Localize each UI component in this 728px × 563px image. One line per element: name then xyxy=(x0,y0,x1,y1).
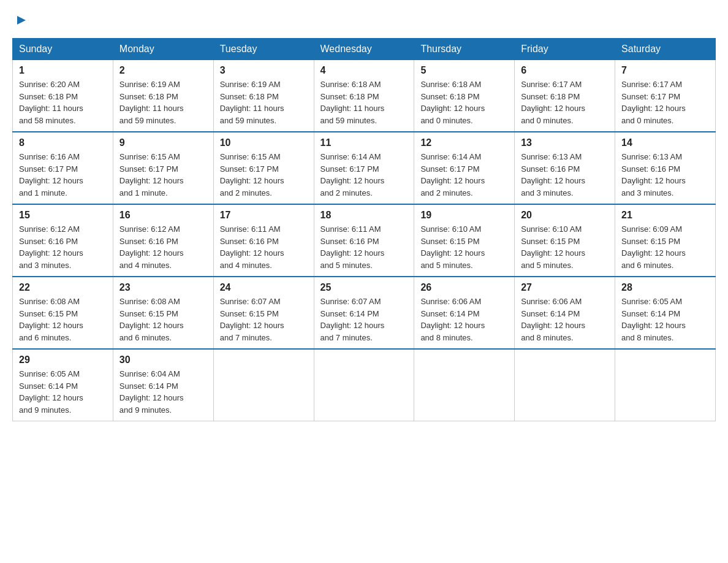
calendar-week-row: 1 Sunrise: 6:20 AMSunset: 6:18 PMDayligh… xyxy=(13,60,716,132)
day-number: 21 xyxy=(621,210,709,221)
calendar-cell: 16 Sunrise: 6:12 AMSunset: 6:16 PMDaylig… xyxy=(113,204,213,277)
day-number: 19 xyxy=(420,210,508,221)
calendar-cell: 9 Sunrise: 6:15 AMSunset: 6:17 PMDayligh… xyxy=(113,132,213,204)
day-of-week-header: Thursday xyxy=(414,39,515,60)
day-number: 28 xyxy=(621,282,709,293)
day-number: 23 xyxy=(119,282,207,293)
day-info: Sunrise: 6:10 AMSunset: 6:15 PMDaylight:… xyxy=(521,223,609,271)
day-info: Sunrise: 6:17 AMSunset: 6:17 PMDaylight:… xyxy=(621,79,709,126)
day-number: 5 xyxy=(420,65,508,76)
calendar-cell: 17 Sunrise: 6:11 AMSunset: 6:16 PMDaylig… xyxy=(213,204,314,277)
calendar-cell: 21 Sunrise: 6:09 AMSunset: 6:15 PMDaylig… xyxy=(615,204,716,277)
page-header xyxy=(12,12,716,26)
day-info: Sunrise: 6:04 AMSunset: 6:14 PMDaylight:… xyxy=(119,368,207,416)
day-number: 22 xyxy=(19,282,107,293)
calendar-cell xyxy=(515,349,615,421)
day-number: 1 xyxy=(19,65,107,76)
calendar-cell: 18 Sunrise: 6:11 AMSunset: 6:16 PMDaylig… xyxy=(314,204,414,277)
calendar-cell: 26 Sunrise: 6:06 AMSunset: 6:14 PMDaylig… xyxy=(414,277,515,349)
day-number: 26 xyxy=(420,282,508,293)
calendar-cell: 2 Sunrise: 6:19 AMSunset: 6:18 PMDayligh… xyxy=(113,60,213,132)
day-number: 4 xyxy=(320,65,408,76)
calendar-cell: 12 Sunrise: 6:14 AMSunset: 6:17 PMDaylig… xyxy=(414,132,515,204)
day-info: Sunrise: 6:12 AMSunset: 6:16 PMDaylight:… xyxy=(119,223,207,271)
day-info: Sunrise: 6:16 AMSunset: 6:17 PMDaylight:… xyxy=(19,151,107,199)
day-info: Sunrise: 6:08 AMSunset: 6:15 PMDaylight:… xyxy=(119,296,207,343)
calendar-cell: 23 Sunrise: 6:08 AMSunset: 6:15 PMDaylig… xyxy=(113,277,213,349)
logo-arrow-icon xyxy=(15,13,28,27)
calendar-cell: 20 Sunrise: 6:10 AMSunset: 6:15 PMDaylig… xyxy=(515,204,615,277)
day-info: Sunrise: 6:18 AMSunset: 6:18 PMDaylight:… xyxy=(420,79,508,126)
day-number: 11 xyxy=(320,137,408,148)
day-info: Sunrise: 6:15 AMSunset: 6:17 PMDaylight:… xyxy=(220,151,308,199)
day-number: 17 xyxy=(220,210,308,221)
day-info: Sunrise: 6:15 AMSunset: 6:17 PMDaylight:… xyxy=(119,151,207,199)
calendar-cell: 5 Sunrise: 6:18 AMSunset: 6:18 PMDayligh… xyxy=(414,60,515,132)
day-info: Sunrise: 6:14 AMSunset: 6:17 PMDaylight:… xyxy=(320,151,408,199)
calendar-cell: 15 Sunrise: 6:12 AMSunset: 6:16 PMDaylig… xyxy=(13,204,113,277)
day-info: Sunrise: 6:18 AMSunset: 6:18 PMDaylight:… xyxy=(320,79,408,126)
day-of-week-header: Saturday xyxy=(615,39,716,60)
calendar-table: SundayMondayTuesdayWednesdayThursdayFrid… xyxy=(12,38,716,421)
day-number: 25 xyxy=(320,282,408,293)
svg-marker-0 xyxy=(17,16,26,25)
day-info: Sunrise: 6:07 AMSunset: 6:14 PMDaylight:… xyxy=(320,296,408,343)
day-number: 24 xyxy=(220,282,308,293)
day-of-week-header: Tuesday xyxy=(213,39,314,60)
day-number: 6 xyxy=(521,65,609,76)
day-number: 30 xyxy=(119,354,207,366)
day-number: 9 xyxy=(119,137,207,148)
day-of-week-header: Monday xyxy=(113,39,213,60)
day-number: 8 xyxy=(19,137,107,148)
day-number: 15 xyxy=(19,210,107,221)
calendar-cell: 1 Sunrise: 6:20 AMSunset: 6:18 PMDayligh… xyxy=(13,60,113,132)
day-info: Sunrise: 6:19 AMSunset: 6:18 PMDaylight:… xyxy=(220,79,308,126)
day-number: 10 xyxy=(220,137,308,148)
calendar-week-row: 22 Sunrise: 6:08 AMSunset: 6:15 PMDaylig… xyxy=(13,277,716,349)
day-number: 14 xyxy=(621,137,709,148)
calendar-cell: 4 Sunrise: 6:18 AMSunset: 6:18 PMDayligh… xyxy=(314,60,414,132)
calendar-cell: 7 Sunrise: 6:17 AMSunset: 6:17 PMDayligh… xyxy=(615,60,716,132)
calendar-cell xyxy=(615,349,716,421)
day-number: 18 xyxy=(320,210,408,221)
day-info: Sunrise: 6:06 AMSunset: 6:14 PMDaylight:… xyxy=(420,296,508,343)
day-info: Sunrise: 6:12 AMSunset: 6:16 PMDaylight:… xyxy=(19,223,107,271)
day-info: Sunrise: 6:06 AMSunset: 6:14 PMDaylight:… xyxy=(521,296,609,343)
day-number: 27 xyxy=(521,282,609,293)
day-info: Sunrise: 6:09 AMSunset: 6:15 PMDaylight:… xyxy=(621,223,709,271)
day-info: Sunrise: 6:14 AMSunset: 6:17 PMDaylight:… xyxy=(420,151,508,199)
calendar-cell: 8 Sunrise: 6:16 AMSunset: 6:17 PMDayligh… xyxy=(13,132,113,204)
calendar-cell: 27 Sunrise: 6:06 AMSunset: 6:14 PMDaylig… xyxy=(515,277,615,349)
day-info: Sunrise: 6:08 AMSunset: 6:15 PMDaylight:… xyxy=(19,296,107,343)
calendar-week-row: 8 Sunrise: 6:16 AMSunset: 6:17 PMDayligh… xyxy=(13,132,716,204)
calendar-cell: 24 Sunrise: 6:07 AMSunset: 6:15 PMDaylig… xyxy=(213,277,314,349)
calendar-cell xyxy=(213,349,314,421)
logo xyxy=(12,12,28,26)
calendar-cell: 13 Sunrise: 6:13 AMSunset: 6:16 PMDaylig… xyxy=(515,132,615,204)
day-number: 3 xyxy=(220,65,308,76)
calendar-cell: 19 Sunrise: 6:10 AMSunset: 6:15 PMDaylig… xyxy=(414,204,515,277)
day-info: Sunrise: 6:05 AMSunset: 6:14 PMDaylight:… xyxy=(621,296,709,343)
calendar-cell: 6 Sunrise: 6:17 AMSunset: 6:18 PMDayligh… xyxy=(515,60,615,132)
day-info: Sunrise: 6:17 AMSunset: 6:18 PMDaylight:… xyxy=(521,79,609,126)
day-number: 29 xyxy=(19,354,107,366)
day-info: Sunrise: 6:07 AMSunset: 6:15 PMDaylight:… xyxy=(220,296,308,343)
day-info: Sunrise: 6:19 AMSunset: 6:18 PMDaylight:… xyxy=(119,79,207,126)
calendar-cell: 29 Sunrise: 6:05 AMSunset: 6:14 PMDaylig… xyxy=(13,349,113,421)
calendar-cell: 11 Sunrise: 6:14 AMSunset: 6:17 PMDaylig… xyxy=(314,132,414,204)
day-info: Sunrise: 6:13 AMSunset: 6:16 PMDaylight:… xyxy=(621,151,709,199)
calendar-cell xyxy=(414,349,515,421)
calendar-cell: 22 Sunrise: 6:08 AMSunset: 6:15 PMDaylig… xyxy=(13,277,113,349)
day-number: 12 xyxy=(420,137,508,148)
calendar-cell: 28 Sunrise: 6:05 AMSunset: 6:14 PMDaylig… xyxy=(615,277,716,349)
day-info: Sunrise: 6:05 AMSunset: 6:14 PMDaylight:… xyxy=(19,368,107,416)
day-info: Sunrise: 6:11 AMSunset: 6:16 PMDaylight:… xyxy=(220,223,308,271)
day-info: Sunrise: 6:13 AMSunset: 6:16 PMDaylight:… xyxy=(521,151,609,199)
day-info: Sunrise: 6:10 AMSunset: 6:15 PMDaylight:… xyxy=(420,223,508,271)
calendar-cell: 10 Sunrise: 6:15 AMSunset: 6:17 PMDaylig… xyxy=(213,132,314,204)
calendar-cell: 30 Sunrise: 6:04 AMSunset: 6:14 PMDaylig… xyxy=(113,349,213,421)
day-number: 13 xyxy=(521,137,609,148)
calendar-header-row: SundayMondayTuesdayWednesdayThursdayFrid… xyxy=(13,39,716,60)
calendar-week-row: 29 Sunrise: 6:05 AMSunset: 6:14 PMDaylig… xyxy=(13,349,716,421)
calendar-cell: 14 Sunrise: 6:13 AMSunset: 6:16 PMDaylig… xyxy=(615,132,716,204)
